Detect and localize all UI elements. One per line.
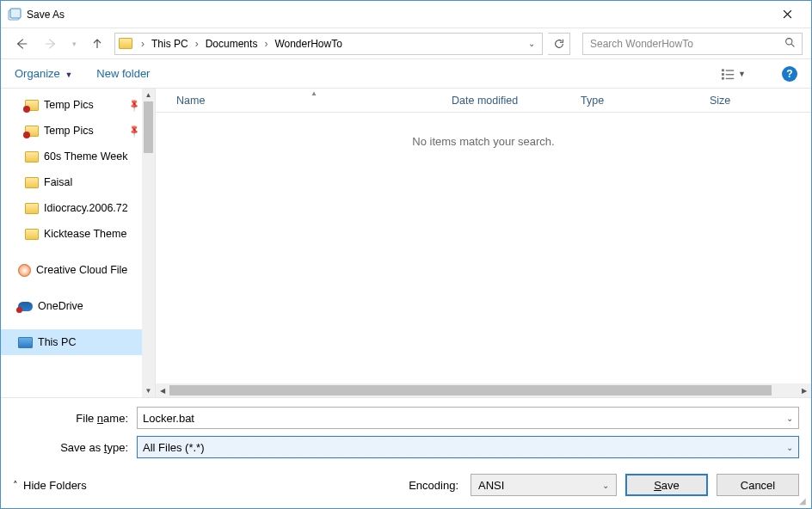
svg-rect-3 — [722, 69, 724, 71]
column-header-name[interactable]: Name ▲ — [176, 95, 452, 107]
folder-icon — [25, 126, 39, 137]
save-button[interactable]: Save — [625, 474, 708, 496]
scroll-left-icon[interactable]: ◀ — [156, 383, 169, 397]
pin-icon: 📌 — [127, 98, 141, 112]
tree-item-label: Creative Cloud File — [36, 264, 127, 276]
refresh-button[interactable] — [548, 33, 570, 55]
breadcrumb-item[interactable]: WonderHowTo — [271, 38, 345, 50]
hide-folders-button[interactable]: ˄ Hide Folders — [13, 479, 87, 492]
tree-item[interactable]: Creative Cloud File — [1, 257, 155, 283]
tree-item-label: Faisal — [44, 176, 72, 188]
breadcrumb-item[interactable]: Documents — [202, 38, 261, 50]
app-icon — [8, 8, 22, 21]
svg-point-2 — [785, 38, 791, 44]
help-button[interactable]: ? — [782, 66, 797, 82]
encoding-select[interactable]: ANSI ⌄ — [471, 474, 617, 496]
search-box[interactable] — [582, 33, 803, 55]
forward-button[interactable] — [39, 32, 63, 56]
body: Temp Pics📌Temp Pics📌60s Theme WeekFaisal… — [1, 89, 811, 398]
up-button[interactable] — [85, 32, 109, 56]
chevron-down-icon[interactable]: ⌄ — [786, 414, 793, 423]
chevron-down-icon: ▼ — [738, 70, 746, 78]
folder-icon — [119, 37, 134, 51]
scrollbar-vertical[interactable]: ▲ ▼ — [142, 89, 155, 397]
tree-item-label: Idiocracy.2006.72 — [44, 202, 128, 214]
footer: ˄ Hide Folders Encoding: ANSI ⌄ Save Can… — [1, 465, 811, 508]
file-name-input[interactable]: Locker.bat ⌄ — [137, 407, 799, 429]
tree-item[interactable]: 60s Theme Week — [1, 144, 155, 169]
save-as-dialog: Save As ▾ › This PC › Documents › Wonder… — [0, 0, 812, 509]
empty-message: No items match your search. — [156, 113, 811, 383]
svg-rect-6 — [726, 70, 734, 71]
scroll-down-icon[interactable]: ▼ — [142, 384, 155, 397]
column-headers: Name ▲ Date modified Type Size — [156, 89, 811, 113]
tree-item[interactable]: Temp Pics📌 — [1, 92, 155, 118]
file-list-area: Name ▲ Date modified Type Size No items … — [156, 89, 811, 397]
search-icon — [783, 37, 797, 51]
tree-item-label: Temp Pics — [44, 125, 94, 137]
tree-item[interactable]: Faisal — [1, 169, 155, 195]
recent-dropdown[interactable]: ▾ — [68, 32, 80, 56]
scrollbar-thumb[interactable] — [144, 101, 153, 153]
tree-item[interactable]: Idiocracy.2006.72 — [1, 195, 155, 221]
navigation-pane: Temp Pics📌Temp Pics📌60s Theme WeekFaisal… — [1, 89, 156, 397]
onedrive-icon — [18, 302, 33, 311]
window-title: Save As — [27, 9, 65, 21]
organize-menu[interactable]: Organize ▼ — [15, 67, 72, 80]
toolbar: Organize ▼ New folder ▼ ? — [1, 59, 811, 89]
titlebar: Save As — [1, 1, 811, 28]
folder-icon — [25, 100, 39, 111]
folder-icon — [25, 177, 39, 188]
column-header-date[interactable]: Date modified — [452, 95, 581, 107]
folder-icon — [25, 229, 39, 240]
address-bar: ▾ › This PC › Documents › WonderHowTo ⌄ — [1, 28, 811, 59]
save-as-type-label: Save as type: — [13, 441, 137, 454]
new-folder-button[interactable]: New folder — [96, 67, 150, 80]
sort-indicator-icon: ▲ — [311, 89, 317, 97]
form-area: File name: Locker.bat ⌄ Save as type: Al… — [1, 398, 811, 465]
search-input[interactable] — [588, 37, 783, 51]
scrollbar-thumb[interactable] — [169, 385, 772, 396]
chevron-down-icon[interactable]: ⌄ — [786, 443, 793, 452]
folder-icon — [25, 203, 39, 214]
tree-item-label: Temp Pics — [44, 99, 94, 111]
tree-item-label: Kicktease Theme — [44, 228, 126, 240]
tree-item[interactable]: Temp Pics📌 — [1, 118, 155, 144]
tree-item[interactable]: This PC — [1, 329, 155, 355]
folder-icon — [25, 151, 39, 163]
chevron-down-icon: ▼ — [65, 71, 72, 79]
breadcrumb-item[interactable]: This PC — [148, 38, 192, 50]
chevron-right-icon: › — [261, 38, 271, 50]
chevron-right-icon: › — [138, 38, 148, 50]
close-button[interactable] — [770, 3, 804, 27]
scroll-right-icon[interactable]: ▶ — [797, 383, 811, 397]
chevron-down-icon[interactable]: ⌄ — [602, 481, 609, 490]
tree-item-label: This PC — [38, 336, 76, 348]
scrollbar-horizontal[interactable]: ◀ ▶ — [156, 383, 811, 397]
tree-item-label: 60s Theme Week — [44, 150, 128, 163]
chevron-down-icon[interactable]: ⌄ — [528, 39, 538, 48]
creative-cloud-icon — [18, 264, 31, 277]
pin-icon: 📌 — [127, 124, 141, 138]
tree-item-label: OneDrive — [38, 300, 83, 312]
encoding-label: Encoding: — [409, 479, 458, 492]
chevron-up-icon: ˄ — [13, 480, 18, 491]
save-as-type-select[interactable]: All Files (*.*) ⌄ — [137, 436, 799, 458]
svg-rect-5 — [722, 77, 724, 79]
scroll-up-icon[interactable]: ▲ — [142, 89, 155, 101]
cancel-button[interactable]: Cancel — [717, 474, 799, 496]
file-name-label: File name: — [13, 412, 137, 425]
tree-item[interactable]: OneDrive — [1, 293, 155, 319]
column-header-size[interactable]: Size — [710, 95, 811, 107]
tree-item[interactable]: Kicktease Theme — [1, 221, 155, 247]
back-button[interactable] — [9, 32, 34, 56]
chevron-right-icon: › — [192, 38, 202, 50]
svg-rect-1 — [10, 9, 21, 18]
view-options-button[interactable]: ▼ — [722, 68, 746, 80]
svg-rect-7 — [726, 74, 734, 75]
svg-rect-8 — [726, 77, 734, 78]
this-pc-icon — [18, 337, 33, 348]
svg-rect-4 — [722, 73, 724, 76]
column-header-type[interactable]: Type — [581, 95, 710, 107]
breadcrumb[interactable]: › This PC › Documents › WonderHowTo ⌄ — [114, 33, 543, 55]
